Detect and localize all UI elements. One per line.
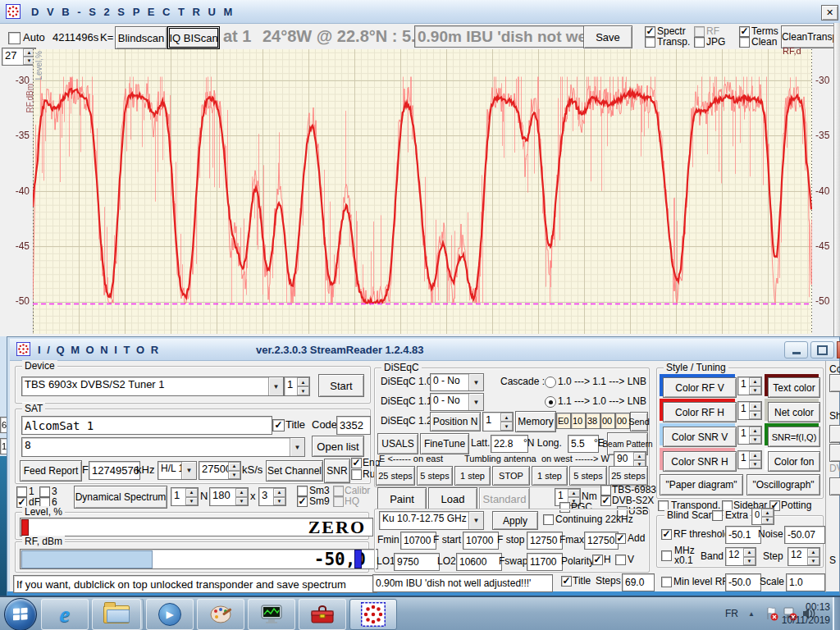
dynamical-spectrum-button[interactable]: Dynamical Spectrum bbox=[74, 486, 167, 509]
spin-up-icon[interactable] bbox=[185, 488, 198, 497]
spin-down-icon[interactable] bbox=[749, 436, 761, 445]
spin-down-icon[interactable] bbox=[749, 386, 761, 395]
gain-spinner[interactable]: 27 bbox=[2, 48, 36, 66]
extra-checkbox[interactable] bbox=[712, 510, 723, 521]
spin-up-icon[interactable] bbox=[743, 548, 756, 557]
color-snrv-button[interactable]: Color SNR V bbox=[663, 427, 737, 447]
byte-field-1[interactable]: 10 bbox=[571, 413, 586, 429]
dish-comment-field[interactable]: 0.90m IBU 'dish not well a bbox=[414, 25, 585, 48]
fswap-field[interactable]: 11700 bbox=[527, 553, 563, 571]
spectrum-close-button[interactable]: ✕ bbox=[821, 5, 838, 21]
steps-e5-button[interactable]: 5 steps bbox=[417, 466, 453, 486]
spin-up-icon[interactable] bbox=[749, 377, 761, 386]
spin-up-icon[interactable] bbox=[273, 488, 285, 497]
dropdown-icon[interactable] bbox=[468, 394, 483, 410]
scale-field[interactable]: 1.0 bbox=[786, 573, 825, 591]
terms-checkbox[interactable] bbox=[739, 26, 750, 37]
stop-button[interactable]: STOP bbox=[492, 466, 530, 486]
rf-checkbox[interactable] bbox=[694, 26, 705, 37]
min-level-checkbox[interactable] bbox=[661, 577, 672, 587]
noise-field[interactable]: -50.07 bbox=[784, 526, 825, 544]
position-button[interactable]: Position N bbox=[430, 412, 481, 431]
spin-down-icon[interactable] bbox=[235, 497, 248, 506]
steps-e25-button[interactable]: 25 steps bbox=[376, 466, 415, 486]
fmin-field[interactable]: 10700 bbox=[400, 532, 436, 550]
diseqc11-combo[interactable]: 0 - No bbox=[430, 393, 484, 411]
cut-button-4[interactable] bbox=[829, 477, 840, 495]
lo2-field[interactable]: 10600 bbox=[456, 553, 502, 571]
spin-up-icon[interactable] bbox=[633, 452, 646, 460]
eng-checkbox[interactable] bbox=[351, 458, 362, 468]
clock-date[interactable]: 10/11/2019 bbox=[771, 614, 830, 626]
oscillograph-button[interactable]: "Oscillograph" bbox=[746, 474, 820, 495]
paint-button[interactable]: Paint bbox=[377, 487, 427, 510]
taskbar-paint-button[interactable] bbox=[197, 599, 244, 630]
send-button[interactable]: Send bbox=[630, 412, 648, 431]
bottom-title-checkbox[interactable] bbox=[561, 576, 572, 587]
band-combo[interactable]: Ku 10.7-12.75 GHz bbox=[379, 511, 484, 530]
extra-spinner[interactable]: 0 bbox=[751, 508, 774, 525]
snrh-spinner[interactable]: 1 bbox=[737, 450, 762, 469]
cut-button-1[interactable] bbox=[829, 374, 840, 392]
net-color-button[interactable]: Net color bbox=[768, 402, 820, 422]
mhz-checkbox[interactable] bbox=[661, 550, 672, 561]
color-rfv-button[interactable]: Color RF V bbox=[663, 377, 737, 398]
sm9-checkbox[interactable] bbox=[297, 496, 308, 507]
clean-checkbox[interactable] bbox=[739, 37, 750, 48]
rfv-spinner[interactable]: 1 bbox=[737, 377, 762, 395]
clock-time[interactable]: 00:13 bbox=[771, 601, 830, 613]
usals-button[interactable]: USALS bbox=[377, 433, 418, 454]
snr-button[interactable]: SNR bbox=[324, 459, 350, 483]
symbolrate-spinner[interactable]: 27500 bbox=[199, 461, 241, 480]
iq-close-button[interactable] bbox=[837, 341, 840, 358]
spin-up-icon[interactable] bbox=[749, 402, 761, 411]
band-spinner[interactable]: 12 bbox=[725, 547, 756, 566]
byte-field-2[interactable]: 38 bbox=[586, 413, 600, 429]
snr-fiq-button[interactable]: SNR=f(I,Q) bbox=[768, 427, 820, 447]
show-desktop-button[interactable] bbox=[833, 597, 840, 630]
taskbar-dvb-app-button[interactable] bbox=[349, 599, 397, 630]
iq-minimize-button[interactable] bbox=[784, 341, 808, 358]
save-button[interactable]: Save bbox=[583, 25, 632, 48]
steps-w25-button[interactable]: 25 steps bbox=[609, 466, 648, 486]
steps-field[interactable]: 69.0 bbox=[622, 573, 655, 591]
start-button[interactable] bbox=[4, 598, 37, 630]
device-combo[interactable]: TBS 6903x DVBS/S2 Tuner 1 bbox=[21, 377, 284, 396]
blindscan-button[interactable]: Blindscan bbox=[115, 26, 167, 49]
sat-name-field[interactable]: AlcomSat 1 bbox=[21, 416, 272, 435]
sat-title-checkbox[interactable] bbox=[272, 419, 285, 431]
spin-down-icon[interactable] bbox=[273, 497, 285, 506]
color-snrh-button[interactable]: Color SNR H bbox=[663, 451, 737, 472]
continuing-checkbox[interactable] bbox=[543, 514, 554, 525]
x-spinner[interactable]: 3 bbox=[258, 487, 286, 506]
steps-w5-button[interactable]: 5 steps bbox=[569, 466, 607, 486]
memory-button[interactable]: Memory bbox=[515, 411, 556, 432]
open-list-button[interactable]: Open list bbox=[312, 436, 364, 457]
spin-up-icon[interactable] bbox=[568, 489, 580, 497]
add-checkbox[interactable] bbox=[615, 533, 626, 544]
spin-up-icon[interactable] bbox=[297, 377, 309, 386]
position-spinner[interactable]: 1 bbox=[482, 412, 514, 431]
spin-down-icon[interactable] bbox=[743, 557, 756, 566]
lo1-field[interactable]: 9750 bbox=[394, 553, 440, 571]
finetune-button[interactable]: FineTune bbox=[420, 433, 469, 454]
spectrum-plot[interactable] bbox=[33, 49, 812, 334]
steps-w1-button[interactable]: 1 step bbox=[532, 466, 568, 486]
spin-down-icon[interactable] bbox=[297, 386, 309, 395]
tray-expand-icon[interactable]: ▲ bbox=[748, 610, 755, 618]
byte-field-0[interactable]: E0 bbox=[556, 413, 571, 429]
dropdown-icon[interactable] bbox=[268, 377, 283, 395]
transponder-combo[interactable]: 8 bbox=[21, 437, 305, 457]
iq-biscan-button[interactable]: IQ BIScan bbox=[167, 26, 220, 49]
fstop-field[interactable]: 12750 bbox=[527, 532, 563, 550]
paper-diagram-button[interactable]: "Paper diagram" bbox=[660, 474, 743, 495]
cut-button-2[interactable] bbox=[829, 425, 840, 443]
dish-comment-field-2[interactable]: 0.90m IBU 'dish not well adjusted!!!' bbox=[372, 574, 553, 592]
spin-down-icon[interactable] bbox=[749, 411, 761, 420]
spin-up-icon[interactable] bbox=[235, 488, 248, 497]
text-color-button[interactable]: Text color bbox=[768, 377, 820, 398]
snrv-spinner[interactable]: 1 bbox=[737, 426, 762, 445]
taskbar-explorer-button[interactable] bbox=[92, 599, 141, 630]
jpg-checkbox[interactable] bbox=[694, 37, 705, 48]
calibr-checkbox[interactable] bbox=[333, 486, 344, 496]
